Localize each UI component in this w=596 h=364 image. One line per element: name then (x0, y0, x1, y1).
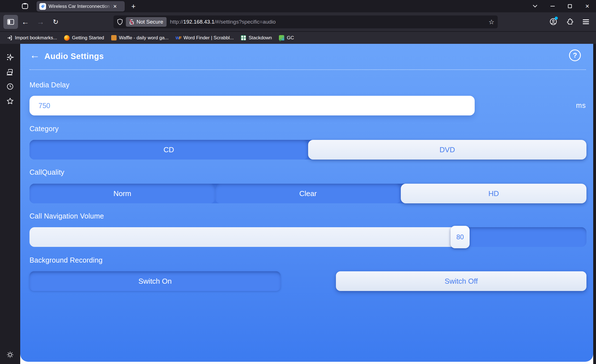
tab-strip: Wireless Car Interconnection Bo × + × (0, 0, 596, 12)
bookmarks-bar: Import bookmarks... Getting Started Waff… (0, 32, 596, 44)
category-label: Category (29, 125, 59, 133)
reload-button[interactable]: ↻ (49, 16, 62, 28)
bookmark-label: Getting Started (72, 35, 104, 41)
url-scheme: http:// (170, 19, 183, 25)
waffle-icon (111, 35, 117, 41)
call-navigation-volume-label: Call Navigation Volume (29, 212, 104, 220)
switch-off-button[interactable]: Switch Off (336, 271, 586, 291)
settings-form: Media Delay ms Category CD DVD CallQuali… (29, 44, 586, 362)
media-delay-input[interactable] (29, 96, 475, 115)
background-recording-label: Background Recording (29, 256, 103, 264)
category-option-dvd[interactable]: DVD (308, 140, 587, 160)
navigation-toolbar: ← → ↻ Not Secure http://192.168.43.1 (0, 12, 596, 31)
bookmark-label: Waffle - daily word ga... (119, 35, 169, 41)
media-delay-label: Media Delay (29, 81, 69, 89)
bookmark-label: Import bookmarks... (15, 35, 57, 41)
firefox-icon (64, 35, 70, 41)
url-bar[interactable]: Not Secure http://192.168.43.1/#/setting… (113, 15, 498, 28)
bookmark-label: Word Finder | Scrabbl... (183, 35, 234, 41)
extensions-icon[interactable] (563, 15, 576, 28)
switch-on-button[interactable]: Switch On (29, 271, 281, 291)
call-quality-option-norm[interactable]: Norm (29, 184, 215, 203)
category-segmented-control: CD DVD (29, 140, 586, 160)
settings-gear-icon[interactable] (5, 349, 15, 360)
new-tab-button[interactable]: + (129, 2, 138, 11)
broken-lock-icon (129, 19, 134, 25)
volume-slider-fill (29, 227, 466, 247)
bookmark-gc[interactable]: GC (276, 33, 296, 42)
toolbar-right (547, 15, 592, 28)
tab-list-chevron-icon[interactable] (526, 0, 544, 12)
back-button[interactable]: ← (19, 16, 31, 28)
gc-icon (279, 35, 285, 41)
firefox-sidebar (0, 44, 20, 364)
import-icon (7, 35, 13, 41)
security-badge-label: Not Secure (137, 19, 163, 25)
bookmark-word-finder[interactable]: WF Word Finder | Scrabbl... (173, 33, 236, 42)
synced-tabs-icon[interactable] (5, 67, 15, 77)
bookmark-getting-started[interactable]: Getting Started (62, 33, 106, 42)
volume-slider-thumb[interactable]: 80 (451, 226, 470, 248)
bookmark-label: GC (287, 35, 294, 41)
bookmark-star-icon[interactable]: ☆ (488, 18, 494, 26)
ai-chatbot-icon[interactable] (5, 52, 15, 62)
call-quality-segmented-control: Norm Clear HD (29, 184, 586, 203)
media-delay-unit: ms (576, 101, 586, 110)
forward-button[interactable]: → (34, 16, 47, 28)
bookmark-label: Stackdown (249, 35, 272, 41)
volume-slider[interactable]: 80 (29, 227, 586, 247)
account-notification-dot (555, 17, 558, 20)
call-quality-label: CallQuality (29, 168, 64, 176)
security-badge[interactable]: Not Secure (126, 17, 167, 27)
content-area: ← Audio Settings ? Media Delay ms Catego… (0, 44, 596, 364)
call-quality-option-clear[interactable]: Clear (215, 184, 401, 203)
menu-icon[interactable] (580, 15, 592, 28)
close-window-button[interactable]: × (579, 0, 596, 12)
browser-window: Wireless Car Interconnection Bo × + × ← … (0, 0, 596, 364)
window-controls: × (526, 0, 596, 12)
page-viewport: ← Audio Settings ? Media Delay ms Catego… (20, 44, 593, 364)
url-text: http://192.168.43.1/#/settings?specific=… (170, 19, 486, 25)
history-icon[interactable] (5, 81, 15, 92)
call-quality-option-hd[interactable]: HD (401, 184, 586, 203)
tab-favicon-icon (39, 3, 46, 10)
audio-settings-page: ← Audio Settings ? Media Delay ms Catego… (20, 44, 593, 362)
bookmark-waffle[interactable]: Waffle - daily word ga... (109, 33, 171, 42)
shield-icon[interactable] (117, 19, 123, 25)
stackdown-icon (240, 35, 246, 41)
maximize-button[interactable] (561, 0, 579, 12)
firefox-view-icon[interactable] (20, 2, 30, 10)
bookmark-import[interactable]: Import bookmarks... (4, 33, 59, 42)
account-icon[interactable] (547, 15, 559, 28)
wordfinder-icon: WF (175, 35, 181, 41)
bookmarks-star-icon[interactable] (5, 96, 15, 106)
url-host: 192.168.43.1 (183, 19, 215, 25)
sidebar-toggle-button[interactable] (3, 15, 18, 29)
category-option-cd[interactable]: CD (29, 140, 308, 160)
sidebar-icon (7, 19, 14, 25)
tab-close-icon[interactable]: × (113, 3, 117, 10)
url-path: /#/settings?specific=audio (215, 19, 276, 25)
browser-tab[interactable]: Wireless Car Interconnection Bo × (37, 1, 125, 12)
minimize-button[interactable] (544, 0, 561, 12)
bookmark-stackdown[interactable]: Stackdown (238, 33, 274, 42)
tab-title: Wireless Car Interconnection Bo (49, 4, 113, 9)
